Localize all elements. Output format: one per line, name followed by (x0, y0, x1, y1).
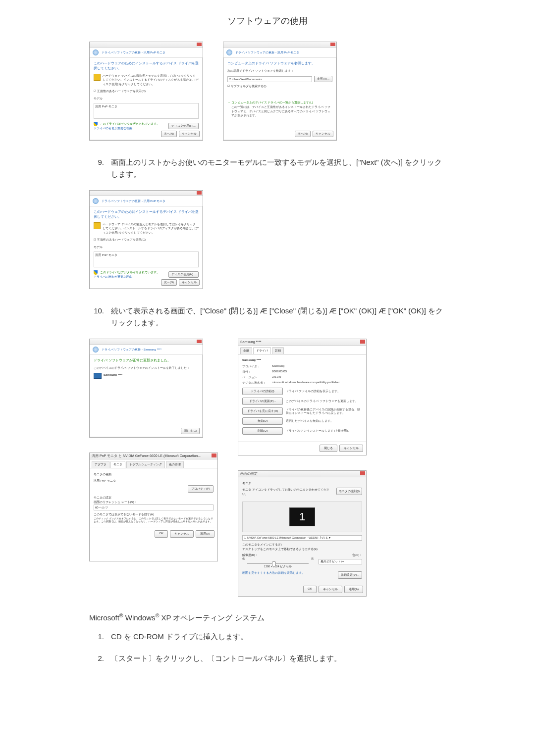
display-settings-dialog: 画面の設定 モニタ モニタ アイコンをドラッグしてお使いのモニタと合わせてくださ… (238, 470, 367, 597)
next-button: 次へ(N) (295, 131, 311, 137)
disable-button: 無効(D) (242, 417, 283, 425)
uninstall-button: 削除(U) (242, 427, 283, 435)
path-input: C:\Users\test\Documents (227, 76, 312, 82)
window-buttons (212, 454, 216, 457)
model-label: モデル (94, 245, 199, 250)
step-number: 10. (89, 305, 104, 329)
provider-label: プロバイダ： (242, 364, 272, 369)
signature-text: このドライバはデジタル署名されています。 (100, 271, 160, 274)
uninstall-desc: ドライバをアンインストールします (上級者用)。 (286, 429, 362, 433)
model-label: モデル (94, 97, 199, 101)
cancel-button: キャンセル (179, 131, 200, 137)
res-low-label: 低 (242, 557, 245, 560)
page-title: ソフトウェアの使用 (0, 15, 535, 27)
dialog-title: 汎用 PnP モニタ と NVIDIA GeForce 6600 LE (Mic… (92, 454, 201, 457)
update-driver-desc: このデバイスのドライバ ソフトウェアを更新します。 (286, 400, 362, 403)
monitor-select: 1. NVIDIA GeForce 6600 LE (Microsoft Cor… (242, 535, 362, 541)
color-depth-select: 最高 (32 ビット) ▾ (319, 559, 362, 564)
advanced-settings-button: 詳細設定(V)... (338, 571, 362, 579)
signature-text: このドライバはデジタル署名されています。 (100, 122, 160, 125)
disk-icon (94, 222, 101, 229)
refresh-rate-label: 画面のリフレッシュ レート(S)： (94, 500, 214, 504)
primary-monitor-checkbox: このモニタをメインにする(T) (242, 543, 362, 547)
date-label: 日付： (242, 370, 272, 374)
color-label: 色(C)： (352, 554, 362, 557)
window-buttons (360, 340, 365, 344)
crumb-text: ドライバ ソフトウェアの更新 - 汎用 PnP モニタ (235, 51, 300, 54)
wizard-success-heading: ドライバ ソフトウェアが正常に更新されました。 (94, 358, 199, 363)
wizard-crumb: ドライバ ソフトウェアの更新 - 汎用 PnP モニタ (90, 48, 203, 58)
close-icon (212, 454, 216, 457)
back-icon (226, 50, 232, 55)
wizard-crumb: ドライバ ソフトウェアの更新 - 汎用 PnP モニタ (223, 48, 336, 58)
cancel-button: キャンセル (170, 530, 194, 538)
dialog-tabs: アダプタ モニタ トラブルシューティング 色の管理 (90, 459, 217, 468)
model-item: 汎用 PnP モニタ (95, 105, 117, 108)
window-buttons (360, 471, 365, 475)
model-listbox: 汎用 PnP モニタ (94, 103, 199, 119)
step-text: 〔スタート〕をクリックし、〔コントロールパネル〕を選択します。 (111, 653, 341, 664)
signature-link: ドライバの署名が重要な理由 (94, 127, 132, 130)
crumb-text: ドライバ ソフトウェアの更新 - Samsung **** (102, 348, 161, 351)
extend-desktop-checkbox: デスクトップをこのモニタ上で移動できるようにする(E) (242, 547, 362, 552)
tab-troubleshoot: トラブルシューティング (126, 461, 165, 468)
search-label: 次の場所でドライバ ソフトウェアを検索します： (227, 69, 332, 73)
monitor-group-label: モニタ (242, 481, 362, 486)
wizard-select-driver: ドライバ ソフトウェアの更新 - 汎用 PnP モニタ このハードウェアのために… (89, 42, 203, 141)
xp-section-header: Microsoft® Windows® XP オペレーティング システム (89, 612, 446, 623)
readability-link: 画面を見やすくする方法の詳細を表示します。 (242, 571, 305, 579)
dialog-titlebar: 画面の設定 (238, 471, 366, 477)
window-titlebar (223, 42, 336, 48)
wizard-success-desc: このデバイスのドライバ ソフトウェアのインストールを終了しました： (94, 366, 199, 370)
rollback-driver-desc: ドライバの更新後にデバイスの認識が失敗する場合、以前にインストールしたドライバに… (286, 408, 362, 415)
have-disk-button: ディスク使用(H)... (168, 123, 199, 129)
monitor-arrangement: 1 (242, 502, 362, 532)
slider-knob (272, 561, 276, 566)
xp-step-1: 1. CD を CD-ROM ドライブに挿入します。 (89, 631, 446, 643)
monitor-1-icon: 1 (289, 507, 315, 526)
window-buttons (197, 43, 202, 46)
close-icon (360, 340, 365, 344)
wizard-heading: このハードウェアのためにインストールするデバイス ドライバを選択してください。 (94, 209, 199, 219)
step-text: 続いて表示される画面で、["Close" (閉じる)] Æ ["Close" (… (111, 305, 446, 329)
wizard-crumb: ドライバ ソフトウェアの更新 - 汎用 PnP モニタ (90, 196, 203, 206)
have-disk-button: ディスク使用(H)... (168, 271, 199, 278)
dialog-title: Samsung **** (240, 340, 261, 344)
step-10: 10. 続いて表示される画面で、["Close" (閉じる)] Æ ["Clos… (89, 305, 446, 329)
monitor-type-group: モニタの種類 (94, 472, 214, 477)
apply-button: 適用(A) (196, 530, 214, 538)
resolution-label: 解像度(R)： (242, 554, 258, 557)
window-buttons (197, 191, 202, 195)
step-text: CD を CD-ROM ドライブに挿入します。 (111, 631, 248, 643)
signer-value: microsoft windows hardware compatibility… (272, 381, 339, 385)
version-value: 3.0.0.0 (272, 375, 281, 380)
browse-button: 参照(R)... (314, 76, 332, 82)
close-icon (197, 191, 202, 195)
crumb-text: ドライバ ソフトウェアの更新 - 汎用 PnP モニタ (102, 200, 166, 202)
next-button: 次へ(N) (161, 279, 177, 286)
dialog-title: 画面の設定 (240, 472, 258, 475)
wizard-update-complete: ドライバ ソフトウェアの更新 - Samsung **** ドライバ ソフトウェ… (89, 339, 203, 438)
resolution-value: 1280 × 1024 ピクセル (242, 565, 314, 568)
dialog-titlebar: 汎用 PnP モニタ と NVIDIA GeForce 6600 LE (Mic… (90, 453, 217, 459)
version-label: バージョン： (242, 375, 272, 380)
step-9: 9. 画面上のリストからお使いのモニターモデルに一致するモデルを選択し、["Ne… (89, 156, 446, 180)
screenshot-row-1: ドライバ ソフトウェアの更新 - 汎用 PnP モニタ このハードウェアのために… (89, 42, 446, 141)
step-number: 1. (89, 631, 104, 643)
screenshot-row-3: ドライバ ソフトウェアの更新 - Samsung **** ドライバ ソフトウェ… (89, 339, 446, 597)
close-button: 閉じる (320, 445, 337, 452)
pick-from-list-desc: この一覧には、デバイスと互換性があるインストールされたドライバ ソフトウェアと、… (231, 105, 332, 117)
close-icon (360, 471, 365, 475)
subfolder-checkbox: サブフォルダも検索する(I) (227, 84, 332, 89)
hide-modes-checkbox: このモニタでは表示できないモードを隠す(H) (94, 512, 214, 517)
identify-monitor-button: モニタの識別(I) (336, 488, 362, 495)
monitor-icon (94, 373, 102, 379)
close-icon (330, 43, 335, 46)
step-number: 9. (89, 156, 104, 180)
disk-icon (94, 74, 101, 81)
window-titlebar (90, 339, 203, 345)
dialog-titlebar: Samsung **** (238, 339, 366, 346)
tab-details: 詳細 (272, 347, 284, 354)
signature-link: ドライバの署名が重要な理由 (94, 275, 132, 278)
monitor-settings-group: モニタの設定 (94, 496, 214, 500)
